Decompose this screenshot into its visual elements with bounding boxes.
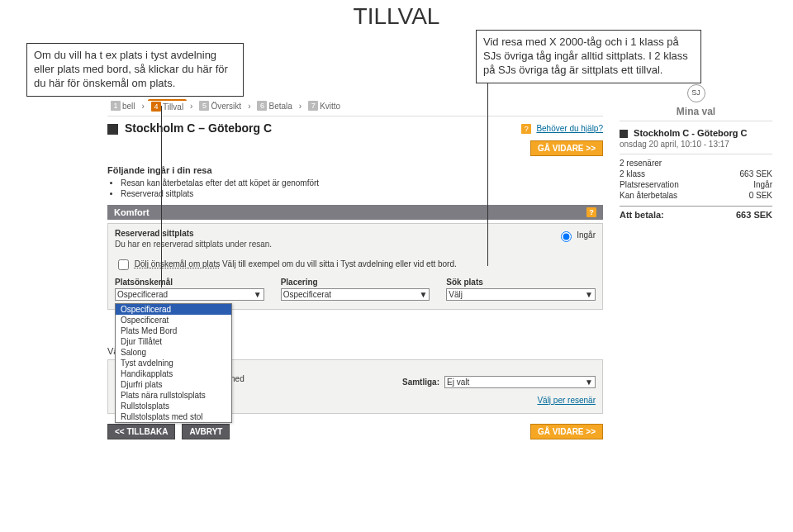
page-title: TILLVAL <box>0 3 793 30</box>
annotation-right: Vid resa med X 2000-tåg och i 1 klass på… <box>476 30 701 36</box>
